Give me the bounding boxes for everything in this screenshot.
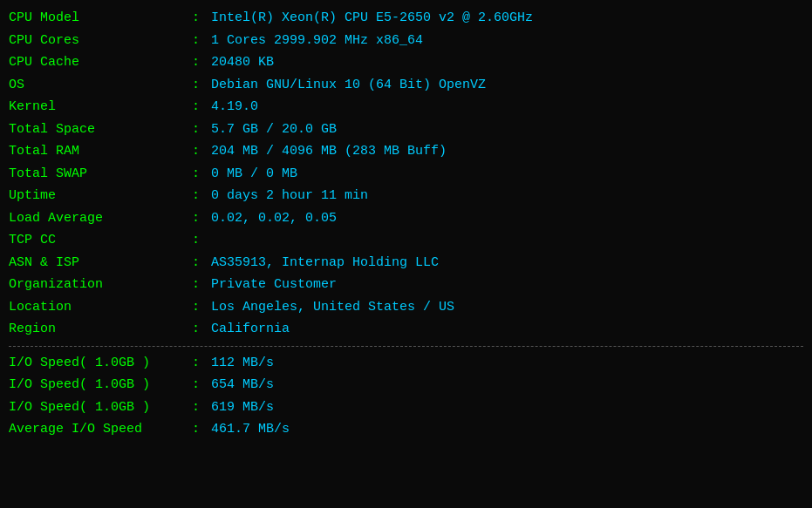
info-row: CPU Cores: 1 Cores 2999.902 MHz x86_64 bbox=[9, 30, 803, 52]
io-speed-section: I/O Speed( 1.0GB ): 112 MB/sI/O Speed( 1… bbox=[9, 352, 803, 441]
io-colon: : bbox=[192, 352, 208, 375]
info-row: ASN & ISP: AS35913, Internap Holding LLC bbox=[9, 252, 803, 274]
row-colon: : bbox=[192, 296, 208, 319]
row-value: 0.02, 0.02, 0.05 bbox=[211, 207, 337, 230]
info-row: Total RAM: 204 MB / 4096 MB (283 MB Buff… bbox=[9, 140, 803, 163]
row-value: 5.7 GB / 20.0 GB bbox=[211, 119, 337, 141]
io-colon: : bbox=[192, 418, 208, 441]
io-label: I/O Speed( 1.0GB ) bbox=[9, 352, 192, 375]
row-value: Private Customer bbox=[211, 274, 337, 296]
row-value: 1 Cores 2999.902 MHz x86_64 bbox=[211, 30, 423, 52]
row-label: Load Average bbox=[9, 207, 192, 230]
row-label: CPU Cores bbox=[9, 30, 192, 52]
row-value: 4.19.0 bbox=[211, 96, 258, 119]
io-label: Average I/O Speed bbox=[9, 418, 192, 441]
row-colon: : bbox=[192, 7, 208, 30]
info-row: CPU Model: Intel(R) Xeon(R) CPU E5-2650 … bbox=[9, 7, 803, 30]
row-value: AS35913, Internap Holding LLC bbox=[211, 252, 439, 274]
row-colon: : bbox=[192, 140, 208, 163]
row-label: TCP CC bbox=[9, 229, 192, 252]
row-label: Location bbox=[9, 296, 192, 319]
row-label: Total SWAP bbox=[9, 163, 192, 186]
io-row: I/O Speed( 1.0GB ): 112 MB/s bbox=[9, 352, 803, 375]
row-colon: : bbox=[192, 163, 208, 186]
row-value: 0 days 2 hour 11 min bbox=[211, 185, 368, 207]
io-row: I/O Speed( 1.0GB ): 654 MB/s bbox=[9, 374, 803, 396]
info-row: Region: California bbox=[9, 318, 803, 341]
row-label: Total Space bbox=[9, 119, 192, 141]
row-value: 20480 KB bbox=[211, 51, 274, 74]
row-label: Region bbox=[9, 318, 192, 341]
row-colon: : bbox=[192, 119, 208, 141]
row-colon: : bbox=[192, 30, 208, 52]
row-colon: : bbox=[192, 185, 208, 207]
info-row: Kernel: 4.19.0 bbox=[9, 96, 803, 119]
row-colon: : bbox=[192, 96, 208, 119]
row-value: 0 MB / 0 MB bbox=[211, 163, 297, 186]
io-colon: : bbox=[192, 374, 208, 396]
io-value: 619 MB/s bbox=[211, 396, 274, 419]
io-value: 654 MB/s bbox=[211, 374, 274, 396]
row-label: Kernel bbox=[9, 96, 192, 119]
info-row: Uptime: 0 days 2 hour 11 min bbox=[9, 185, 803, 207]
row-label: CPU Cache bbox=[9, 51, 192, 74]
row-label: ASN & ISP bbox=[9, 252, 192, 274]
info-row: Location: Los Angeles, United States / U… bbox=[9, 296, 803, 319]
row-label: Uptime bbox=[9, 185, 192, 207]
row-colon: : bbox=[192, 274, 208, 296]
io-label: I/O Speed( 1.0GB ) bbox=[9, 396, 192, 419]
io-value: 112 MB/s bbox=[211, 352, 274, 375]
row-colon: : bbox=[192, 207, 208, 230]
info-row: OS: Debian GNU/Linux 10 (64 Bit) OpenVZ bbox=[9, 74, 803, 97]
io-row: Average I/O Speed: 461.7 MB/s bbox=[9, 418, 803, 441]
row-value: Intel(R) Xeon(R) CPU E5-2650 v2 @ 2.60GH… bbox=[211, 7, 533, 30]
io-colon: : bbox=[192, 396, 208, 419]
row-value: 204 MB / 4096 MB (283 MB Buff) bbox=[211, 140, 447, 163]
row-colon: : bbox=[192, 318, 208, 341]
info-row: Load Average: 0.02, 0.02, 0.05 bbox=[9, 207, 803, 230]
info-row: Organization: Private Customer bbox=[9, 274, 803, 296]
row-colon: : bbox=[192, 252, 208, 274]
row-label: Organization bbox=[9, 274, 192, 296]
row-value: California bbox=[211, 318, 290, 341]
row-colon: : bbox=[192, 229, 208, 252]
io-value: 461.7 MB/s bbox=[211, 418, 290, 441]
row-value: Los Angeles, United States / US bbox=[211, 296, 454, 319]
info-row: CPU Cache: 20480 KB bbox=[9, 51, 803, 74]
main-content: CPU Model: Intel(R) Xeon(R) CPU E5-2650 … bbox=[9, 7, 803, 441]
info-row: TCP CC: bbox=[9, 229, 803, 252]
io-row: I/O Speed( 1.0GB ): 619 MB/s bbox=[9, 396, 803, 419]
row-colon: : bbox=[192, 51, 208, 74]
info-row: Total Space: 5.7 GB / 20.0 GB bbox=[9, 119, 803, 141]
section-divider bbox=[9, 346, 803, 347]
row-label: OS bbox=[9, 74, 192, 97]
row-colon: : bbox=[192, 74, 208, 97]
io-label: I/O Speed( 1.0GB ) bbox=[9, 374, 192, 396]
row-value: Debian GNU/Linux 10 (64 Bit) OpenVZ bbox=[211, 74, 486, 97]
system-info-section: CPU Model: Intel(R) Xeon(R) CPU E5-2650 … bbox=[9, 7, 803, 341]
info-row: Total SWAP: 0 MB / 0 MB bbox=[9, 163, 803, 186]
row-label: Total RAM bbox=[9, 140, 192, 163]
row-label: CPU Model bbox=[9, 7, 192, 30]
